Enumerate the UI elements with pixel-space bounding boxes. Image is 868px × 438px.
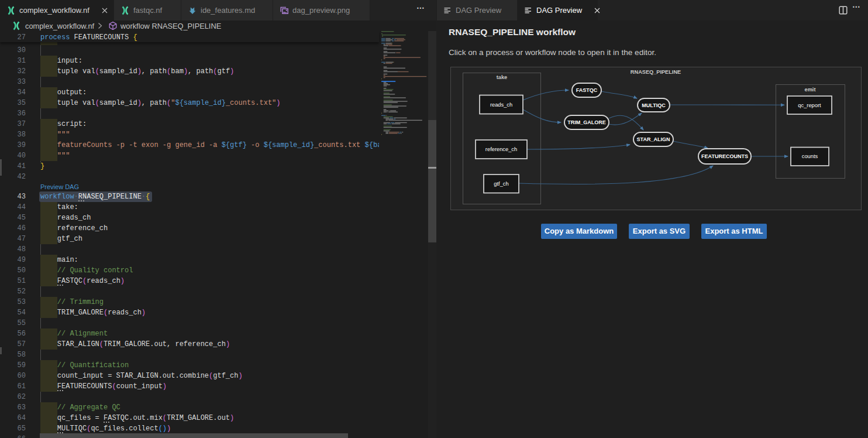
- svg-text:FEATURECOUNTS: FEATURECOUNTS: [701, 153, 748, 159]
- svg-text:take: take: [497, 74, 507, 80]
- svg-text:MULTIQC: MULTIQC: [642, 102, 666, 108]
- svg-text:reads_ch: reads_ch: [490, 102, 512, 108]
- svg-text:FASTQC: FASTQC: [576, 87, 598, 93]
- svg-text:gtf_ch: gtf_ch: [494, 181, 508, 187]
- svg-text:TRIM_GALORE: TRIM_GALORE: [567, 119, 606, 125]
- svg-text:counts: counts: [802, 153, 818, 159]
- svg-text:STAR_ALIGN: STAR_ALIGN: [637, 136, 670, 142]
- svg-text:qc_report: qc_report: [798, 102, 821, 108]
- svg-text:reference_ch: reference_ch: [485, 146, 517, 152]
- svg-text:RNASEQ_PIPELINE: RNASEQ_PIPELINE: [631, 69, 681, 75]
- svg-text:emit: emit: [805, 87, 816, 93]
